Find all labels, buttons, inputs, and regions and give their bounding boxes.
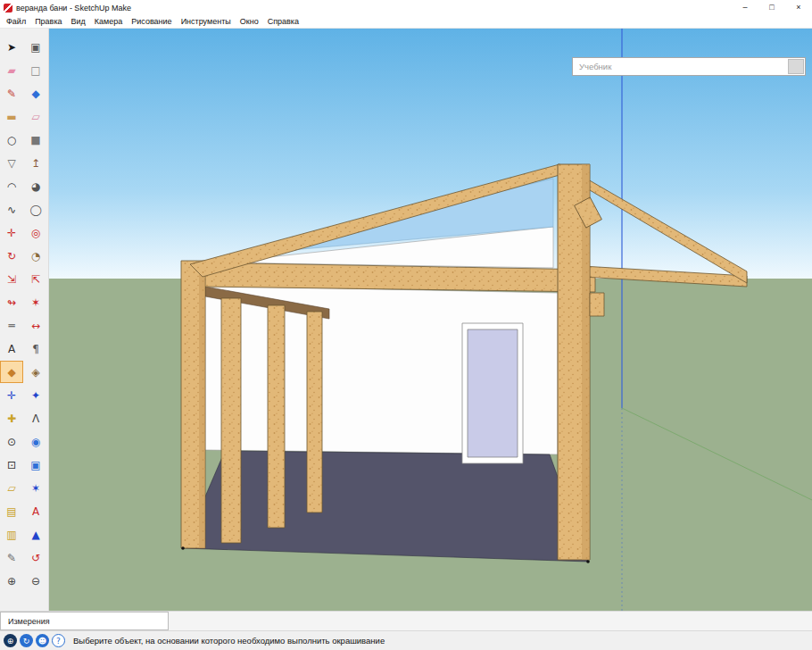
3d-text-tool[interactable]: A xyxy=(24,500,47,522)
measurements-box[interactable]: Измерения xyxy=(0,612,169,630)
menu-draw[interactable]: Рисование xyxy=(127,15,176,28)
axes-star-tool[interactable]: ✶ xyxy=(24,477,47,499)
follow-me-tool[interactable]: ↬ xyxy=(0,291,23,313)
freehand-tool[interactable]: ∿ xyxy=(0,198,23,221)
geolocation-icon[interactable]: ⊕ xyxy=(4,634,17,647)
menu-window[interactable]: Окно xyxy=(236,15,263,28)
menu-view[interactable]: Вид xyxy=(67,15,90,28)
sample-paint-tool-icon: ◈ xyxy=(31,367,39,378)
minimize-button[interactable]: – xyxy=(732,0,758,15)
intersect-tool[interactable]: ✶ xyxy=(24,291,47,313)
menu-help[interactable]: Справка xyxy=(263,15,303,28)
titlebar: веранда бани - SketchUp Make – □ × xyxy=(0,0,812,15)
sandbox-smoove-tool[interactable]: ▥ xyxy=(0,523,23,546)
menu-tools[interactable]: Инструменты xyxy=(177,15,236,28)
zoom-extents-tool[interactable]: ▣ xyxy=(24,454,47,476)
sample-paint-tool[interactable]: ◈ xyxy=(24,361,47,383)
tape-measure-tool[interactable]: ═ xyxy=(0,314,23,337)
polygon-tool-icon: ▽ xyxy=(7,158,15,169)
select-tool[interactable]: ➤ xyxy=(0,36,23,58)
paint-bucket-blue-tool[interactable]: ◆ xyxy=(24,82,47,104)
instructor-panel[interactable]: Учебник xyxy=(572,57,806,76)
construction-line-tool[interactable]: ✦ xyxy=(24,384,47,406)
square-tool[interactable]: ■ xyxy=(24,129,47,151)
sandbox-from-contours-tool[interactable]: ▤ xyxy=(0,500,23,522)
stretch-tool[interactable]: ⇱ xyxy=(24,268,47,290)
text-tool-icon: A xyxy=(8,344,15,354)
text-tool[interactable]: A xyxy=(0,338,23,360)
freehand-tool-icon: ∿ xyxy=(7,204,16,215)
menu-edit[interactable]: Правка xyxy=(30,15,66,28)
maximize-button[interactable]: □ xyxy=(758,0,785,15)
paint-bucket-tool[interactable]: ◆ xyxy=(0,361,23,383)
rectangle-tool[interactable]: ▬ xyxy=(0,105,23,128)
stud-post-2[interactable] xyxy=(268,305,285,528)
circle-tool[interactable]: ○ xyxy=(0,129,23,151)
line-tool[interactable]: ✎ xyxy=(0,82,23,104)
push-pull-tool[interactable]: ↥ xyxy=(24,152,47,174)
user-icon[interactable]: ☻ xyxy=(36,634,49,647)
offset-tool-icon: ◎ xyxy=(31,228,40,238)
ellipse-tool[interactable]: ◯ xyxy=(24,198,47,221)
help-icon[interactable]: ? xyxy=(52,634,65,647)
sketchup-logo-icon xyxy=(4,4,12,12)
stud-post-3[interactable] xyxy=(307,312,322,512)
section-plane-tool-icon: ▱ xyxy=(7,483,15,494)
pie-tool-icon: ◕ xyxy=(31,181,40,192)
zoom-tool-icon: ⊙ xyxy=(7,437,16,447)
rotate-left-tool[interactable]: ↺ xyxy=(24,546,47,569)
section-plane-tool[interactable]: ▱ xyxy=(0,477,23,499)
push-pull-tool-icon: ↥ xyxy=(31,158,40,169)
polygon-tool[interactable]: ▽ xyxy=(0,152,23,174)
axes-tool[interactable]: ✛ xyxy=(0,384,23,406)
window-controls: – □ × xyxy=(732,0,812,15)
eraser-pink-tool[interactable]: ▱ xyxy=(24,105,47,128)
menu-file[interactable]: Файл xyxy=(2,15,30,28)
door[interactable] xyxy=(468,329,518,457)
close-button[interactable]: × xyxy=(785,0,812,15)
viewport[interactable]: Учебник xyxy=(49,29,812,611)
make-component-tool-icon: ▣ xyxy=(30,42,40,53)
protractor-tool[interactable]: ◔ xyxy=(24,245,47,267)
component-cube-tool[interactable]: □ xyxy=(24,59,47,81)
floor[interactable] xyxy=(183,451,588,562)
zoom-in-tool-icon: ⊕ xyxy=(7,576,16,587)
scale-tool[interactable]: ⇲ xyxy=(0,268,23,290)
move-tool-icon: ✛ xyxy=(7,228,16,238)
instructor-collapse-button[interactable] xyxy=(788,59,804,74)
arc-tool[interactable]: ◠ xyxy=(0,175,23,197)
main-content: ➤▣▰□✎◆▬▱○■▽↥◠◕∿◯✛◎↻◔⇲⇱↬✶═↔A¶◆◈✛✦✚Λ⊙◉⊡▣▱✶… xyxy=(0,29,812,611)
move-tool[interactable]: ✛ xyxy=(0,221,23,244)
rotate-tool[interactable]: ↻ xyxy=(0,245,23,267)
offset-tool[interactable]: ◎ xyxy=(24,221,47,244)
menu-camera[interactable]: Камера xyxy=(90,15,127,28)
credits-icon[interactable]: ↻ xyxy=(20,634,33,647)
post-block[interactable] xyxy=(590,293,604,316)
sandbox-from-contours-tool-icon: ▤ xyxy=(6,506,16,517)
pan-tool[interactable]: ✚ xyxy=(0,407,23,429)
dimension-tool[interactable]: ↔ xyxy=(24,314,47,337)
rotate-left-tool-icon: ↺ xyxy=(31,553,40,563)
label-tool[interactable]: ¶ xyxy=(24,338,47,360)
select-tool-icon: ➤ xyxy=(7,42,16,53)
3d-text-tool-icon: A xyxy=(32,506,39,517)
pie-tool[interactable]: ◕ xyxy=(24,175,47,197)
status-icons: ⊕↻☻? xyxy=(4,634,65,647)
stretch-tool-icon: ⇱ xyxy=(31,274,40,285)
follow-me-tool-icon: ↬ xyxy=(7,297,16,308)
zoom-out-tool[interactable]: ⊖ xyxy=(24,570,47,592)
add-detail-tool[interactable]: ▲ xyxy=(24,523,47,546)
walk-tool[interactable]: Λ xyxy=(24,407,47,429)
stud-post-1[interactable] xyxy=(221,298,241,543)
sandbox-smoove-tool-icon: ▥ xyxy=(6,529,16,540)
zoom-tool[interactable]: ⊙ xyxy=(0,430,23,453)
model-canvas[interactable] xyxy=(49,29,812,611)
make-component-tool[interactable]: ▣ xyxy=(24,36,47,58)
tape-measure-tool-icon: ═ xyxy=(8,321,14,331)
status-bar: ⊕↻☻? Выберите объект, на основании котор… xyxy=(0,630,812,650)
eraser-tool[interactable]: ▰ xyxy=(0,59,23,81)
look-around-tool[interactable]: ◉ xyxy=(24,430,47,453)
freehand-pencil-tool[interactable]: ✎ xyxy=(0,546,23,569)
zoom-window-tool[interactable]: ⊡ xyxy=(0,454,23,476)
zoom-in-tool[interactable]: ⊕ xyxy=(0,570,23,592)
